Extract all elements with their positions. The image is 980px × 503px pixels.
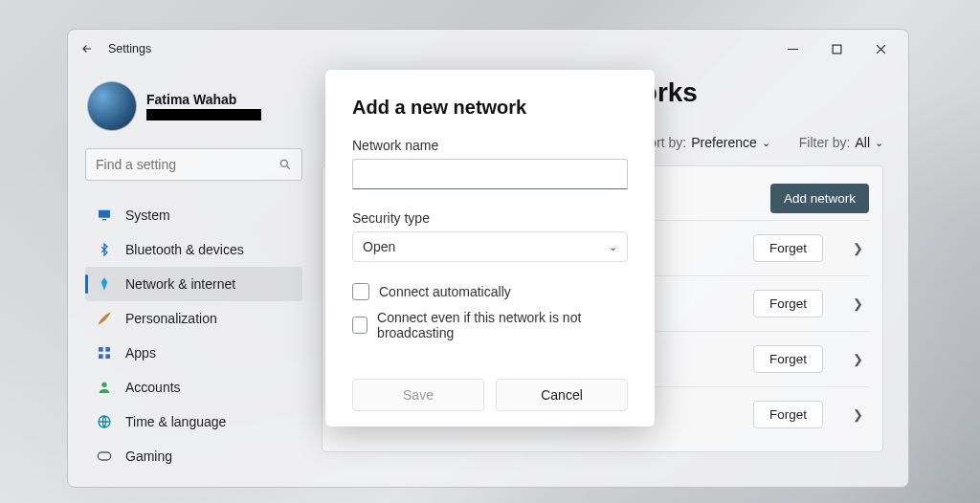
- security-type-label: Security type: [352, 210, 628, 226]
- connect-not-broadcasting-row[interactable]: Connect even if this network is not broa…: [352, 310, 628, 340]
- close-icon: [876, 44, 886, 55]
- filter-label: Filter by:: [799, 135, 851, 150]
- network-name-label: Network name: [352, 138, 628, 153]
- svg-rect-4: [99, 347, 103, 352]
- sort-by-dropdown[interactable]: Sort by: Preference ⌄: [640, 135, 770, 150]
- forget-button[interactable]: Forget: [753, 345, 823, 373]
- chevron-right-icon[interactable]: ❯: [846, 407, 869, 422]
- add-network-button[interactable]: Add network: [770, 184, 869, 213]
- minimize-button[interactable]: [770, 34, 814, 63]
- sidebar-item-personalization[interactable]: Personalization: [85, 301, 302, 336]
- sidebar-item-label: Accounts: [125, 380, 181, 395]
- monitor-icon: [97, 208, 112, 223]
- security-type-value: Open: [363, 239, 395, 254]
- profile-block[interactable]: Fatima Wahab: [87, 81, 302, 131]
- sidebar-item-bluetooth-devices[interactable]: Bluetooth & devices: [85, 232, 302, 267]
- svg-rect-0: [833, 45, 841, 54]
- bluetooth-icon: [97, 242, 112, 257]
- maximize-button[interactable]: [814, 34, 858, 63]
- sidebar-item-label: Network & internet: [125, 276, 235, 292]
- diamond-icon: [97, 276, 112, 292]
- filter-by-dropdown[interactable]: Filter by: All ⌄: [799, 135, 883, 150]
- security-type-select[interactable]: Open ⌄: [352, 231, 628, 262]
- minimize-icon: [788, 44, 798, 55]
- svg-rect-7: [105, 354, 110, 359]
- chevron-down-icon: ⌄: [875, 137, 883, 149]
- sidebar-item-time-language[interactable]: Time & language: [85, 405, 302, 439]
- svg-rect-5: [105, 347, 110, 352]
- sort-value: Preference: [691, 135, 756, 150]
- connect-automatically-label: Connect automatically: [379, 284, 511, 299]
- chevron-down-icon: ⌄: [609, 241, 617, 253]
- titlebar: Settings: [68, 30, 908, 68]
- save-button[interactable]: Save: [352, 379, 484, 411]
- add-network-dialog: Add a new network Network name Security …: [325, 70, 655, 426]
- sidebar-item-accounts[interactable]: Accounts: [85, 370, 302, 405]
- forget-button[interactable]: Forget: [753, 290, 823, 317]
- sidebar-item-label: Gaming: [125, 448, 172, 464]
- sidebar-item-apps[interactable]: Apps: [85, 336, 302, 370]
- connect-automatically-checkbox[interactable]: [352, 283, 369, 300]
- window-controls: [770, 34, 902, 63]
- connect-not-broadcasting-label: Connect even if this network is not broa…: [377, 310, 628, 340]
- sidebar-item-label: Bluetooth & devices: [125, 242, 244, 257]
- sidebar-item-label: System: [125, 208, 170, 223]
- svg-rect-2: [99, 210, 110, 218]
- svg-rect-6: [99, 354, 103, 359]
- sidebar-item-system[interactable]: System: [85, 198, 302, 232]
- sidebar-item-label: Personalization: [125, 311, 217, 326]
- grid-icon: [97, 345, 112, 361]
- app-title: Settings: [108, 42, 151, 55]
- network-name-input[interactable]: [352, 159, 628, 189]
- brush-icon: [97, 311, 112, 326]
- arrow-left-icon: [80, 42, 94, 55]
- search-box[interactable]: [85, 148, 302, 181]
- close-button[interactable]: [858, 34, 902, 63]
- maximize-icon: [832, 44, 842, 55]
- search-icon: [278, 158, 292, 171]
- filter-value: All: [855, 135, 870, 150]
- chevron-down-icon: ⌄: [762, 137, 770, 149]
- sidebar: Fatima Wahab SystemBluetooth & devicesNe…: [68, 68, 312, 487]
- sidebar-item-label: Apps: [125, 345, 156, 361]
- forget-button[interactable]: Forget: [753, 234, 823, 262]
- chevron-right-icon[interactable]: ❯: [846, 241, 869, 255]
- forget-button[interactable]: Forget: [753, 401, 823, 428]
- connect-automatically-row[interactable]: Connect automatically: [352, 283, 628, 300]
- sidebar-item-network-internet[interactable]: Network & internet: [85, 267, 302, 301]
- chevron-right-icon[interactable]: ❯: [846, 296, 869, 311]
- profile-name: Fatima Wahab: [146, 92, 261, 107]
- svg-point-1: [280, 160, 287, 166]
- search-input[interactable]: [96, 157, 278, 172]
- cancel-button[interactable]: Cancel: [496, 379, 628, 411]
- back-button[interactable]: [74, 35, 100, 62]
- dialog-title: Add a new network: [352, 97, 628, 119]
- profile-email-redacted: [146, 109, 261, 120]
- svg-point-8: [101, 383, 106, 387]
- sidebar-item-gaming[interactable]: Gaming: [85, 439, 302, 473]
- sidebar-item-label: Time & language: [125, 414, 226, 429]
- chevron-right-icon[interactable]: ❯: [846, 352, 869, 366]
- svg-rect-10: [98, 452, 110, 460]
- person-icon: [97, 380, 112, 395]
- avatar: [87, 81, 137, 131]
- svg-rect-3: [102, 219, 106, 220]
- connect-not-broadcasting-checkbox[interactable]: [352, 317, 368, 334]
- game-icon: [97, 448, 112, 464]
- globe-icon: [97, 414, 112, 429]
